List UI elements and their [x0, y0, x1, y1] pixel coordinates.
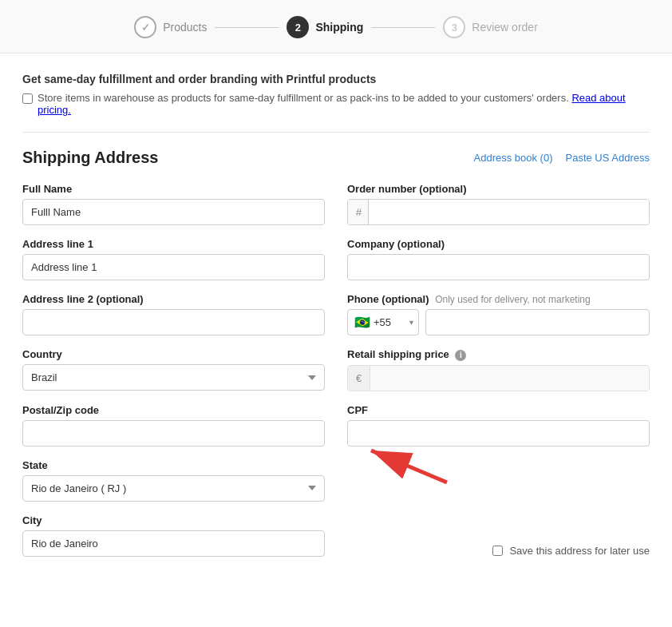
- company-label: Company (optional): [347, 238, 650, 250]
- company-group: Company (optional): [347, 238, 650, 280]
- retail-price-group: Retail shipping price i €: [347, 348, 650, 391]
- brazil-flag: 🇧🇷: [354, 315, 370, 330]
- postal-label: Postal/Zip code: [22, 404, 325, 416]
- order-number-prefix: #: [348, 200, 369, 224]
- address-line1-group: Address line 1: [22, 238, 325, 280]
- fulfillment-text: Store items in warehouse as products for…: [38, 92, 650, 116]
- step-review[interactable]: 3 Review order: [443, 16, 537, 38]
- phone-number-input[interactable]: [425, 309, 650, 335]
- step-label-products: Products: [163, 21, 207, 34]
- save-address-row: Save this address for later use: [492, 545, 650, 557]
- state-group: State Rio de Janeiro ( RJ ) São Paulo ( …: [22, 459, 325, 502]
- phone-label: Phone (optional) Only used for delivery,…: [347, 293, 650, 305]
- retail-price-input-wrapper: €: [347, 365, 650, 391]
- phone-country-select[interactable]: 🇧🇷 +55 ▾: [347, 309, 419, 335]
- state-label: State: [22, 459, 325, 471]
- country-label: Country: [22, 348, 325, 360]
- address-line1-input[interactable]: [22, 254, 325, 280]
- save-address-cell: Save this address for later use: [347, 514, 650, 569]
- shipping-address-title: Shipping Address: [22, 149, 158, 167]
- step-circle-products: ✓: [134, 16, 156, 38]
- step-circle-shipping: 2: [287, 16, 309, 38]
- step-products[interactable]: ✓ Products: [134, 16, 207, 38]
- fulfillment-banner: Get same-day fulfillment and order brand…: [22, 73, 650, 116]
- order-number-group: Order number (optional) #: [347, 183, 650, 225]
- retail-price-input[interactable]: [370, 366, 649, 391]
- step-connector-2: [371, 27, 435, 28]
- order-number-input-wrapper: #: [347, 199, 650, 225]
- postal-input[interactable]: [22, 420, 325, 446]
- step-connector-1: [215, 27, 279, 28]
- phone-note: Only used for delivery, not marketing: [435, 294, 591, 305]
- fulfillment-title: Get same-day fulfillment and order brand…: [22, 73, 650, 85]
- retail-price-info-icon[interactable]: i: [455, 350, 466, 361]
- company-input[interactable]: [347, 254, 650, 280]
- postal-group: Postal/Zip code: [22, 404, 325, 446]
- fulfillment-checkbox[interactable]: [22, 93, 33, 104]
- full-name-group: Full Name: [22, 183, 325, 225]
- address-line2-label: Address line 2 (optional): [22, 293, 325, 305]
- step-label-shipping: Shipping: [315, 21, 363, 34]
- phone-country-dropdown[interactable]: +55: [374, 310, 406, 335]
- stepper: ✓ Products 2 Shipping 3 Review order: [0, 0, 672, 54]
- cpf-label: CPF: [347, 404, 650, 416]
- chevron-down-icon: ▾: [409, 318, 413, 327]
- phone-group: Phone (optional) Only used for delivery,…: [347, 293, 650, 335]
- address-line1-label: Address line 1: [22, 238, 325, 250]
- save-address-label: Save this address for later use: [509, 545, 650, 557]
- step-circle-review: 3: [443, 16, 465, 38]
- city-input[interactable]: [22, 530, 325, 557]
- retail-price-prefix: €: [348, 366, 370, 391]
- city-group: City: [22, 514, 325, 557]
- order-number-input[interactable]: [369, 200, 649, 224]
- step-shipping[interactable]: 2 Shipping: [287, 16, 363, 38]
- city-label: City: [22, 514, 325, 526]
- address-line2-input[interactable]: [22, 309, 325, 335]
- cpf-group: CPF: [347, 404, 650, 446]
- full-name-label: Full Name: [22, 183, 325, 195]
- address-book-link[interactable]: Address book (0): [474, 152, 553, 164]
- state-select[interactable]: Rio de Janeiro ( RJ ) São Paulo ( SP ) M…: [22, 475, 325, 502]
- section-actions: Address book (0) Paste US Address: [474, 152, 650, 164]
- step-label-review: Review order: [472, 21, 537, 34]
- full-name-input[interactable]: [22, 199, 325, 225]
- address-line2-group: Address line 2 (optional): [22, 293, 325, 335]
- cpf-input[interactable]: [347, 420, 650, 446]
- form-grid: Full Name Order number (optional) # Addr…: [22, 183, 650, 569]
- save-address-checkbox[interactable]: [492, 546, 503, 556]
- section-header: Shipping Address Address book (0) Paste …: [22, 149, 650, 167]
- divider: [22, 132, 650, 133]
- retail-price-label: Retail shipping price i: [347, 348, 650, 361]
- country-group: Country Brazil United States Germany Fra…: [22, 348, 325, 391]
- country-select[interactable]: Brazil United States Germany France: [22, 364, 325, 391]
- paste-us-address-link[interactable]: Paste US Address: [566, 152, 650, 164]
- phone-row: 🇧🇷 +55 ▾: [347, 309, 650, 335]
- empty-cell: [347, 459, 650, 514]
- order-number-label: Order number (optional): [347, 183, 650, 195]
